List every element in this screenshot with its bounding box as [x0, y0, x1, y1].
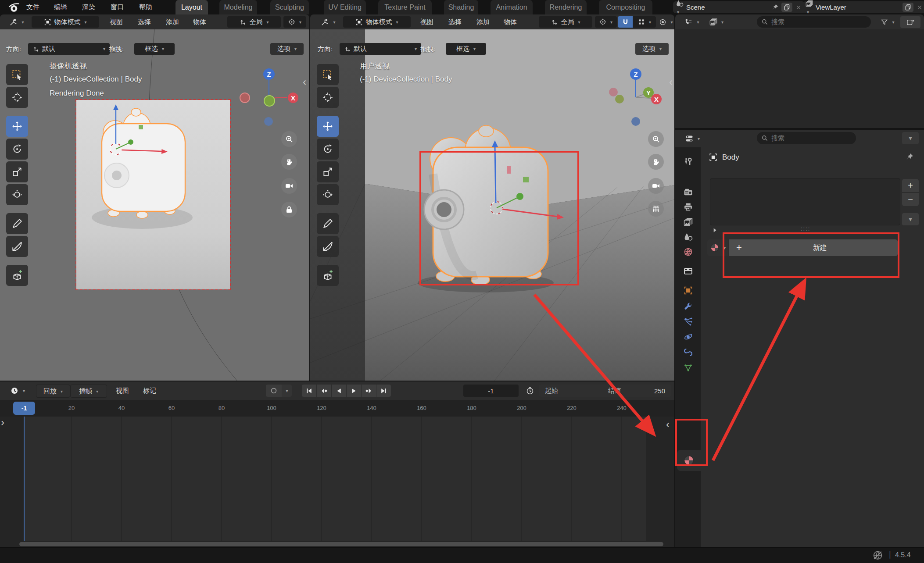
scene-selector[interactable]: Scene — [673, 1, 805, 13]
menu-file[interactable]: 文件 — [26, 3, 39, 11]
axis-neg-y-ball[interactable] — [615, 95, 624, 103]
tab-compositing[interactable]: Compositing — [599, 0, 652, 14]
grid-gizmo[interactable] — [648, 201, 664, 217]
viewport-right[interactable]: 方向: 默认 拖拽: 框选 选项 用户透视 (-1) DeviceCollect… — [310, 29, 674, 381]
collapse-region-icon[interactable]: ‹ — [669, 78, 673, 86]
axis-z-badge[interactable]: Z — [263, 68, 275, 80]
tool-move[interactable] — [6, 116, 28, 137]
pivot-point-button[interactable] — [283, 16, 306, 28]
new-collection-button[interactable] — [900, 16, 920, 28]
direction-dropdown[interactable]: 默认 — [28, 43, 110, 55]
menu-object[interactable]: 物体 — [504, 18, 517, 26]
tab-rendering[interactable]: Rendering — [545, 0, 587, 14]
menu-add[interactable]: 添加 — [166, 18, 179, 26]
tool-add-cube[interactable] — [317, 265, 339, 286]
zoom-gizmo[interactable] — [281, 131, 297, 147]
tool-select-box[interactable] — [6, 64, 28, 85]
menu-window[interactable]: 窗口 — [111, 3, 124, 11]
tab-object[interactable] — [678, 283, 698, 297]
pan-gizmo[interactable] — [648, 154, 664, 170]
filter-button[interactable] — [877, 17, 899, 27]
camera-view-gizmo[interactable] — [281, 178, 297, 194]
tab-collection[interactable] — [678, 264, 698, 278]
unlink-scene-icon[interactable] — [795, 4, 802, 11]
editor-type-button[interactable] — [5, 17, 28, 27]
tab-render[interactable] — [678, 185, 698, 199]
menu-view[interactable]: 视图 — [110, 18, 123, 26]
panel-collapse-button[interactable]: ▾ — [902, 132, 919, 144]
browse-material-button[interactable] — [707, 239, 728, 256]
remove-slot-button[interactable]: − — [902, 193, 919, 206]
axis-z-badge[interactable]: Z — [630, 68, 641, 80]
pin-icon[interactable] — [771, 4, 779, 11]
jump-end-button[interactable] — [376, 385, 391, 397]
blender-logo[interactable] — [8, 2, 21, 13]
menu-edit[interactable]: 编辑 — [54, 3, 67, 11]
tab-particles[interactable] — [678, 314, 698, 328]
pan-gizmo[interactable] — [281, 154, 297, 170]
direction-dropdown[interactable]: 默认 — [340, 43, 421, 55]
tool-select-box[interactable] — [317, 64, 339, 85]
properties-search[interactable]: 搜索 — [757, 132, 856, 144]
play-reverse-button[interactable] — [332, 385, 346, 397]
tool-rotate[interactable] — [317, 139, 339, 160]
tab-sculpting[interactable]: Sculpting — [270, 0, 309, 14]
tool-rotate[interactable] — [6, 139, 28, 160]
snap-settings[interactable] — [633, 16, 656, 28]
tab-physics[interactable] — [678, 330, 698, 344]
expand-channels-icon[interactable]: ‹ — [1, 419, 4, 428]
play-button[interactable] — [347, 385, 361, 397]
auto-key-dropdown[interactable]: ▾ — [282, 385, 292, 397]
tab-shading[interactable]: Shading — [444, 0, 478, 14]
new-material-button[interactable]: + 新建 — [729, 239, 898, 256]
tab-constraints[interactable] — [678, 345, 698, 359]
auto-key-button[interactable] — [266, 385, 282, 397]
drag-handle-dots[interactable]: :::: — [801, 225, 810, 232]
axis-neg-z-ball[interactable] — [631, 117, 640, 126]
current-frame-field[interactable]: -1 — [463, 385, 519, 397]
prev-keyframe-button[interactable] — [317, 385, 331, 397]
collapse-region-icon[interactable]: ‹ — [303, 78, 306, 86]
playback-menu[interactable]: 回放 — [36, 385, 70, 398]
proportional-edit-button[interactable] — [658, 16, 674, 28]
tab-material[interactable] — [677, 450, 701, 471]
tab-output[interactable] — [678, 200, 698, 214]
mode-selector[interactable]: 物体模式 — [343, 16, 411, 28]
keying-menu[interactable]: 插帧 — [70, 385, 107, 398]
drag-dropdown[interactable]: 框选 — [446, 43, 486, 55]
panel-expand-icon[interactable] — [712, 227, 718, 233]
add-slot-button[interactable]: + — [902, 179, 919, 192]
transform-orientation[interactable]: 全局 — [227, 16, 281, 28]
timeline-scrollbar[interactable] — [19, 542, 663, 546]
display-mode-button[interactable] — [705, 17, 728, 27]
editor-type-button[interactable] — [680, 17, 703, 27]
axis-x-badge[interactable]: X — [651, 94, 662, 104]
viewlayer-selector[interactable]: ViewLayer — [803, 1, 924, 13]
view-menu[interactable]: 视图 — [116, 387, 129, 395]
tool-cursor[interactable] — [6, 87, 28, 108]
marker-menu[interactable]: 标记 — [143, 387, 156, 395]
tool-scale[interactable] — [317, 161, 339, 182]
editor-type-button[interactable] — [5, 385, 30, 397]
lock-gizmo[interactable] — [281, 202, 297, 217]
tab-layout[interactable]: Layout — [175, 0, 208, 14]
axis-neg-x-ball[interactable] — [240, 93, 250, 103]
tool-scale[interactable] — [6, 161, 28, 182]
tab-scene[interactable] — [678, 230, 698, 244]
tool-add-cube[interactable] — [6, 265, 28, 286]
transform-orientation[interactable]: 全局 — [539, 16, 592, 28]
tab-tool[interactable] — [678, 154, 698, 168]
tab-world[interactable] — [678, 245, 698, 259]
tool-annotate[interactable] — [317, 213, 339, 234]
breadcrumb-object-name[interactable]: Body — [722, 153, 739, 162]
axis-y-ball[interactable] — [264, 95, 275, 107]
menu-render[interactable]: 渲染 — [82, 3, 95, 11]
tab-view-layer[interactable] — [678, 215, 698, 229]
remove-viewlayer-icon[interactable] — [916, 4, 923, 11]
outliner-search[interactable]: 搜索 — [757, 16, 871, 28]
jump-start-button[interactable] — [302, 385, 316, 397]
tool-transform[interactable] — [317, 184, 339, 205]
menu-select[interactable]: 选择 — [138, 18, 151, 26]
tool-move[interactable] — [317, 116, 339, 137]
slot-specials-button[interactable]: ▾ — [902, 213, 919, 225]
